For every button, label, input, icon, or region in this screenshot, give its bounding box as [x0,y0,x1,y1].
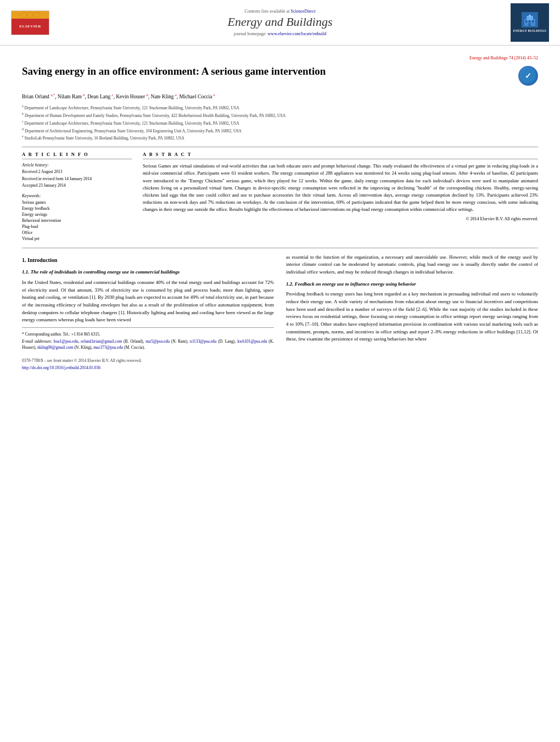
footer-bottom: 0378-7788/$ – see front matter © 2014 El… [22,358,274,371]
doi-line: http://dx.doi.org/10.1016/j.enbuild.2014… [22,365,274,371]
right-para-2: Providing feedback to energy users has l… [286,291,538,343]
elsevier-logo: ELSEVIER [11,10,49,35]
introduction-heading: 1. Introduction [22,256,274,265]
received-revised-date: Received in revised form 14 January 2014 [22,176,132,182]
affiliation-e: e StudioLab Pennsylvania State Universit… [22,134,538,141]
homepage-link[interactable]: www.elsevier.com/locate/enbuild [268,31,327,36]
history-title: Article history: [22,163,132,168]
right-para-1: as essential to the function of the orga… [286,254,538,276]
main-content: 1. Introduction 1.1. The role of individ… [22,254,538,372]
svg-point-1 [27,12,33,18]
svg-rect-9 [528,23,531,26]
corresponding-author: * Corresponding author. Tel.: +1 814 865… [22,331,274,337]
keywords-section: Keywords: Serious games Energy feedback … [22,193,132,241]
divider-2 [22,248,538,248]
email-line: E-mail addresses: boa1@psu.edu, orland.b… [22,338,274,351]
elsevier-logo-top [12,11,49,19]
authors-line: Brian Orland a,*, Nilam Ram b, Dean Lang… [22,92,538,101]
journal-homepage: journal homepage: www.elsevier.com/locat… [60,31,500,36]
affiliations: a Department of Landscape Architecture, … [22,104,538,141]
svg-point-0 [20,12,27,18]
email-link-2[interactable]: orland.brian@gmail.com [81,339,122,344]
article-history: Article history: Received 2 August 2013 … [22,163,132,189]
eb-logo: ENERGY BUILDINGS [511,3,549,42]
abstract-heading: A B S T R A C T [143,152,538,159]
eb-logo-text: ENERGY BUILDINGS [513,29,546,34]
svg-text:✓: ✓ [525,72,531,80]
keywords-title: Keywords: [22,193,132,198]
keyword-7: Virtual pet [22,236,132,241]
svg-point-2 [33,12,40,18]
svg-rect-6 [525,20,527,23]
paper-title: Saving energy in an office environment: … [22,65,518,78]
keyword-2: Energy feedback [22,206,132,211]
abstract-text: Serious Games are virtual simulations of… [143,163,538,213]
article-info-abstract: A R T I C L E I N F O Article history: R… [22,152,538,242]
sub2-title: Feedback on energy use to influence ener… [295,281,416,287]
journal-header: ELSEVIER Contents lists available at Sci… [0,0,560,46]
abstract-col: A B S T R A C T Serious Games are virtua… [143,152,538,242]
doi-link[interactable]: http://dx.doi.org/10.1016/j.enbuild.2014… [22,365,100,370]
eb-building-icon [522,12,538,27]
sub2-num: 1.2. [286,281,294,287]
svg-rect-7 [529,20,530,23]
email-link-3[interactable]: nur5@psu.edu [145,339,170,344]
keyword-6: Office [22,230,132,235]
section-num: 1. [22,257,26,263]
article-info-heading: A R T I C L E I N F O [22,152,132,159]
keyword-5: Plug-load [22,224,132,229]
email-link-7[interactable]: mac373@psu.edu [93,345,123,350]
paper-title-section: Saving energy in an office environment: … [22,65,538,88]
sub1-num: 1.1. [22,269,30,275]
contents-text: Contents lists available at [245,9,291,14]
received-date: Received 2 August 2013 [22,169,132,175]
article-info-col: A R T I C L E I N F O Article history: R… [22,152,132,242]
crossmark-badge: ✓ [518,66,538,86]
left-column: 1. Introduction 1.1. The role of individ… [22,254,274,372]
journal-ref: Energy and Buildings 74 (2014) 43–52 [22,55,538,60]
right-column: as essential to the function of the orga… [286,254,538,372]
sub1-title: The role of individuals in controlling e… [31,269,180,275]
issn-line: 0378-7788/$ – see front matter © 2014 El… [22,358,274,364]
footnotes: * Corresponding author. Tel.: +1 814 865… [22,327,274,371]
subsection-1-heading: 1.1. The role of individuals in controll… [22,269,274,276]
affiliation-a: a Department of Landscape Architecture, … [22,104,538,111]
svg-rect-5 [529,15,531,17]
section-title: Introduction [27,257,57,263]
contents-line: Contents lists available at ScienceDirec… [60,9,500,14]
journal-title-block: Contents lists available at ScienceDirec… [49,9,511,36]
email-link-4[interactable]: tcl133@psu.edu [190,339,217,344]
accepted-date: Accepted 23 January 2014 [22,183,132,189]
email-link-1[interactable]: boa1@psu.edu [54,339,79,344]
sciencedirect-link[interactable]: ScienceDirect [291,9,316,14]
svg-rect-8 [532,20,534,23]
affiliation-d: d Department of Architectural Engineerin… [22,127,538,134]
keyword-4: Behavioral intervention [22,218,132,223]
email-link-5[interactable]: kwh101@psu.edu [237,339,267,344]
paper-body: Energy and Buildings 74 (2014) 43–52 Sav… [0,46,560,382]
keyword-1: Serious games [22,200,132,205]
email-link-6[interactable]: nkling00@gmail.com [37,345,73,350]
keyword-3: Energy savings [22,212,132,217]
intro-para-1: In the United States, residential and co… [22,279,274,324]
affiliation-c: c Department of Landscape Architecture, … [22,119,538,126]
affiliation-b: b Department of Human Development and Fa… [22,111,538,119]
divider-1 [22,147,538,147]
subsection-2-heading: 1.2. Feedback on energy use to influence… [286,281,538,288]
journal-name: Energy and Buildings [60,15,500,29]
homepage-label: journal homepage: [234,31,267,36]
elsevier-logo-text: ELSEVIER [12,19,49,35]
copyright-line: © 2014 Elsevier B.V. All rights reserved… [143,216,538,221]
